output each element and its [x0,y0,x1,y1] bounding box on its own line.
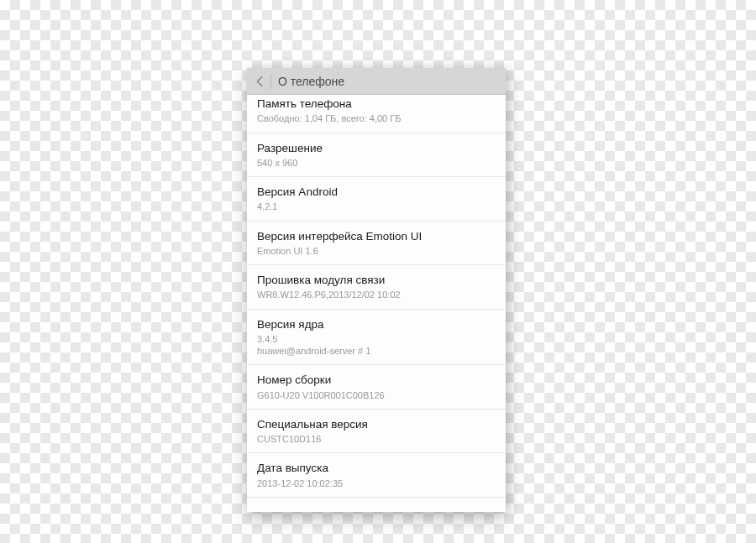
header-bar: О телефоне [247,68,506,95]
list-item-android-version[interactable]: Версия Android 4.2.1 [247,177,506,222]
item-value: Emotion UI 1.6 [257,245,496,257]
list-item-resolution[interactable]: Разрешение 540 x 960 [247,133,506,178]
item-title: Версия Android [257,185,496,200]
item-value: WR8.W12.46.P6,2013/12/02 10:02 [257,289,496,300]
item-value: 4.2.1 [257,201,496,212]
item-title: Версия интерфейса Emotion UI [257,229,496,244]
header-divider [270,74,271,89]
item-value: G610-U20 V100R001C00B126 [257,389,496,401]
item-value: Свободно: 1,04 ГБ, всего: 4,00 ГБ [257,112,496,124]
item-value: 3.4.5 [257,333,496,345]
item-value: CUSTC10D116 [257,433,496,445]
list-item-baseband-version[interactable]: Прошивка модуля связи WR8.W12.46.P6,2013… [247,265,506,310]
list-item-custom-version[interactable]: Специальная версия CUSTC10D116 [247,410,506,454]
item-value: 540 x 960 [257,157,496,169]
page-title: О телефоне [278,75,344,88]
back-button[interactable] [254,76,265,87]
item-title: Дата выпуска [257,461,496,476]
settings-list: Память телефона Свободно: 1,04 ГБ, всего… [247,95,506,512]
phone-screen: О телефоне Память телефона Свободно: 1,0… [247,68,506,512]
chevron-left-icon [255,76,264,87]
item-value-line2: huawei@android-server # 1 [257,345,496,357]
item-value: 2013-12-02 10:02:35 [257,478,496,489]
item-title: Специальная версия [257,417,496,432]
item-title: Номер сборки [257,373,496,388]
list-item-build-number[interactable]: Номер сборки G610-U20 V100R001C00B126 [247,365,506,410]
item-title: Прошивка модуля связи [257,273,496,288]
list-item-release-date[interactable]: Дата выпуска 2013-12-02 10:02:35 [247,453,506,498]
list-item-emotion-ui-version[interactable]: Версия интерфейса Emotion UI Emotion UI … [247,222,506,266]
list-item-phone-memory[interactable]: Память телефона Свободно: 1,04 ГБ, всего… [247,95,506,133]
item-title: Версия ядра [257,317,496,332]
item-title: Память телефона [257,97,496,112]
list-item-kernel-version[interactable]: Версия ядра 3.4.5 huawei@android-server … [247,310,506,366]
item-title: Разрешение [257,141,496,156]
